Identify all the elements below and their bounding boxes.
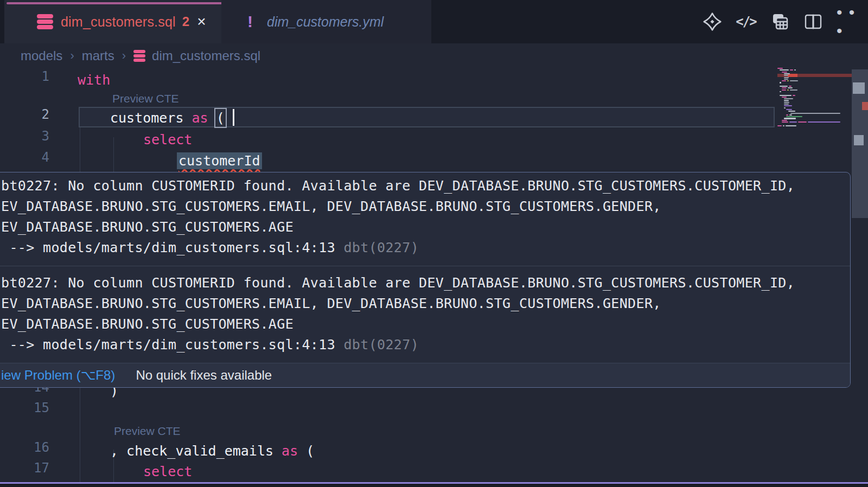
line-number: 17 (0, 460, 49, 476)
more-actions-icon[interactable]: • • • (837, 11, 857, 32)
line-number: 1 (0, 69, 49, 84)
code-line-15: 15 (0, 400, 776, 422)
view-problem-link[interactable]: iew Problem (⌥F8) (1, 368, 115, 383)
error-text: EV_DATABASE.BRUNO.STG_CUSTOMERS.EMAIL, D… (1, 293, 850, 314)
error-message-block: bt0227: No column CUSTOMERID found. Avai… (0, 172, 850, 266)
error-location: --> models/marts/dim_customers.sql:4:13 … (1, 238, 850, 258)
error-text: EV_DATABASE.BRUNO.STG_CUSTOMERS.EMAIL, D… (1, 196, 850, 217)
tab-label: dim_customers.sql (61, 14, 176, 30)
tab-dim-customers-sql[interactable]: dim_customers.sql 2 × (4, 0, 221, 43)
editor-window: dim_customers.sql 2 × ! dim_customers.ym… (0, 0, 868, 487)
window-bottom-edge (0, 484, 868, 487)
code-editor[interactable]: 1 with Preview CTE 2 customers as ( 3 se… (0, 68, 868, 487)
error-code: dbt(0227) (335, 337, 419, 353)
scrollbar-track[interactable] (852, 69, 868, 487)
error-text: bt0227: No column CUSTOMERID found. Avai… (1, 176, 850, 196)
line-number: 2 (0, 107, 49, 122)
breadcrumb-file[interactable]: dim_customers.sql (152, 48, 260, 63)
overview-error-mark (862, 102, 868, 110)
code-line-17: 17 select (0, 460, 776, 482)
error-text: EV_DATABASE.BRUNO.STG_CUSTOMERS.AGE (1, 217, 850, 238)
database-icon (133, 50, 145, 62)
codelens-preview-cte[interactable]: Preview CTE (112, 92, 179, 105)
close-icon[interactable]: × (197, 14, 206, 29)
error-text: EV_DATABASE.BRUNO.STG_CUSTOMERS.AGE (1, 314, 850, 335)
code-line-16: 16 , check_valid_emails as ( (0, 440, 776, 462)
cte-name: customers (110, 110, 192, 126)
sql-keyword: as (282, 443, 306, 459)
active-tab-accent (7, 2, 226, 4)
error-location: --> models/marts/dim_customers.sql:4:13 … (1, 335, 850, 355)
chevron-right-icon: › (122, 49, 126, 63)
line-number: 3 (0, 129, 49, 144)
error-message-block: bt0227: No column CUSTOMERID found. Avai… (0, 266, 850, 363)
quick-fix-message: No quick fixes available (136, 368, 272, 383)
split-editor-icon[interactable] (803, 11, 824, 32)
breadcrumb-models[interactable]: models (21, 48, 62, 63)
breadcrumb: models › marts › dim_customers.sql (0, 43, 868, 68)
text-cursor (233, 109, 234, 126)
tab-bar: dim_customers.sql 2 × ! dim_customers.ym… (0, 0, 868, 43)
tab-label: dim_customers.yml (267, 14, 384, 30)
dbt-logo-icon[interactable] (702, 11, 723, 32)
warning-icon: ! (247, 12, 253, 31)
cte-name: , check_valid_emails (110, 443, 282, 459)
overview-mark (854, 135, 864, 145)
matched-bracket: ( (216, 110, 225, 126)
code-line-2: 2 customers as ( (0, 107, 776, 129)
code-icon[interactable]: </> (736, 11, 756, 32)
sql-keyword: select (143, 464, 192, 479)
code-line-4: 4 customerId (0, 150, 776, 171)
tab-dim-customers-yml[interactable]: ! dim_customers.yml (221, 0, 431, 43)
database-icon (37, 14, 53, 29)
chevron-right-icon: › (70, 49, 74, 63)
line-number: 15 (0, 400, 49, 415)
sql-keyword: with (78, 72, 110, 88)
error-hover-widget: bt0227: No column CUSTOMERID found. Avai… (0, 172, 851, 388)
error-code: dbt(0227) (335, 240, 419, 255)
code-line-3: 3 select (0, 129, 776, 150)
overview-mark (853, 82, 865, 94)
editor-actions-toolbar: </> • • • (702, 0, 857, 43)
code-line-1: 1 with (0, 69, 776, 91)
minimap[interactable] (777, 68, 852, 133)
tab-modified-badge: 2 (182, 14, 189, 29)
line-number: 16 (0, 440, 49, 455)
line-number: 4 (0, 150, 49, 165)
sql-keyword: select (143, 132, 192, 148)
hover-status-bar: iew Problem (⌥F8) No quick fixes availab… (0, 363, 850, 387)
sql-keyword: as (192, 110, 216, 126)
codelens-preview-cte[interactable]: Preview CTE (114, 425, 181, 438)
error-text: bt0227: No column CUSTOMERID found. Avai… (1, 273, 850, 293)
copy-table-icon[interactable] (769, 11, 790, 32)
breadcrumb-marts[interactable]: marts (82, 48, 114, 63)
opening-paren: ( (306, 443, 314, 459)
error-token-customerid[interactable]: customerId (177, 152, 262, 169)
